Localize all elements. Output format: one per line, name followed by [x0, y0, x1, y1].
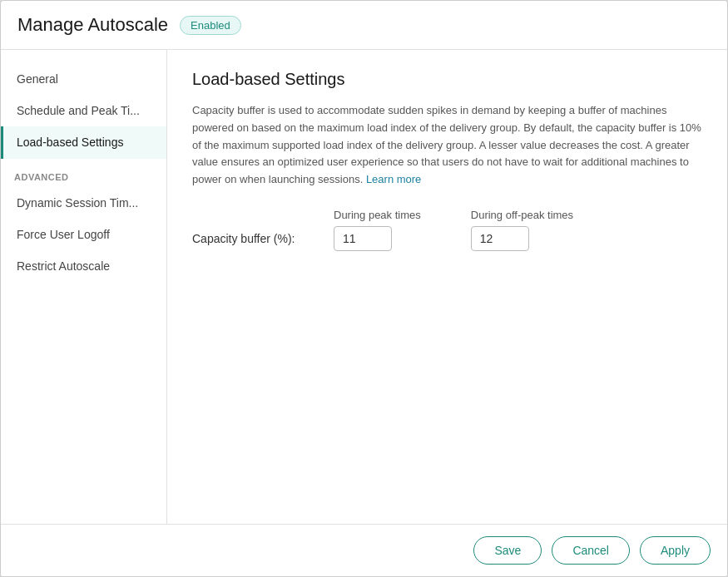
modal-header: Manage Autoscale Enabled — [1, 1, 727, 50]
advanced-section-label: ADVANCED — [1, 159, 166, 187]
content-title: Load-based Settings — [192, 70, 702, 89]
sidebar: General Schedule and Peak Ti... Load-bas… — [1, 50, 167, 524]
during-offpeak-label: During off-peak times — [471, 209, 573, 221]
sidebar-item-general[interactable]: General — [1, 63, 166, 95]
during-peak-label: During peak times — [334, 209, 421, 221]
enabled-badge: Enabled — [180, 16, 241, 35]
content-area: Load-based Settings Capacity buffer is u… — [167, 50, 727, 524]
save-button[interactable]: Save — [473, 536, 542, 565]
cancel-button[interactable]: Cancel — [552, 536, 630, 565]
modal-body: General Schedule and Peak Ti... Load-bas… — [1, 50, 727, 524]
capacity-buffer-form: Capacity buffer (%): During peak times D… — [192, 209, 702, 251]
sidebar-item-restrict-autoscale[interactable]: Restrict Autoscale — [1, 250, 166, 282]
input-group: During peak times During off-peak times — [334, 209, 573, 251]
sidebar-item-schedule-peak[interactable]: Schedule and Peak Ti... — [1, 95, 166, 126]
sidebar-item-load-based[interactable]: Load-based Settings — [1, 126, 166, 158]
learn-more-link[interactable]: Learn more — [366, 173, 421, 185]
peak-times-column: During peak times — [334, 209, 421, 251]
offpeak-times-column: During off-peak times — [471, 209, 573, 251]
manage-autoscale-modal: Manage Autoscale Enabled General Schedul… — [0, 0, 728, 577]
modal-footer: Save Cancel Apply — [1, 524, 727, 576]
sidebar-item-force-logoff[interactable]: Force User Logoff — [1, 219, 166, 250]
modal-title: Manage Autoscale — [17, 14, 168, 36]
apply-button[interactable]: Apply — [640, 536, 711, 565]
during-peak-input[interactable] — [334, 226, 392, 251]
during-offpeak-input[interactable] — [471, 226, 529, 251]
sidebar-item-dynamic-session[interactable]: Dynamic Session Tim... — [1, 187, 166, 219]
content-description: Capacity buffer is used to accommodate s… — [192, 102, 702, 189]
capacity-buffer-label: Capacity buffer (%): — [192, 209, 300, 245]
